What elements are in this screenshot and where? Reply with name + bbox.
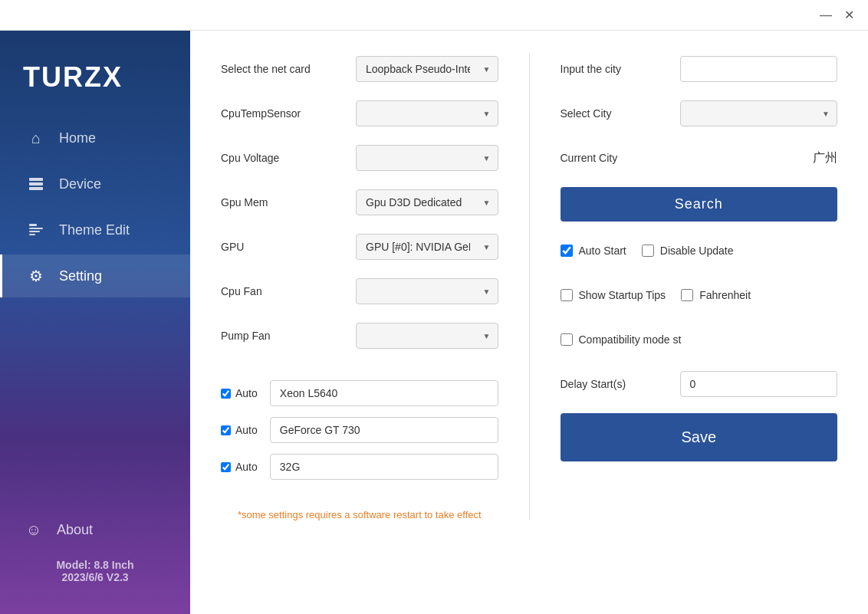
cpu-voltage-row: Cpu Voltage [221, 143, 498, 173]
search-button[interactable]: Search [561, 187, 838, 222]
checkbox-row-3: Compatibility mode st [561, 324, 838, 355]
auto-ram-label[interactable]: Auto [221, 461, 258, 473]
pump-fan-label: Pump Fan [221, 330, 344, 342]
cpu-fan-row: Cpu Fan [221, 276, 498, 307]
svg-rect-5 [29, 231, 40, 232]
gpu-mem-label: Gpu Mem [221, 196, 344, 208]
svg-rect-0 [29, 178, 43, 181]
gpu-select[interactable]: GPU [#0]: NVIDIA GeForce [356, 234, 498, 260]
compatibility-checkbox[interactable] [561, 333, 573, 346]
sidebar-nav: ⌂ Home Device [0, 117, 190, 493]
show-startup-tips-label[interactable]: Show Startup Tips [561, 289, 666, 301]
cpu-model-input[interactable] [270, 380, 498, 406]
input-city-row: Input the city [561, 54, 838, 84]
cpu-fan-label: Cpu Fan [221, 285, 344, 297]
device-icon [25, 173, 47, 195]
logo-text: TURZX [23, 61, 123, 93]
sidebar-footer: ☺ About Model: 8.8 Inch 2023/6/6 V2.3 [0, 493, 190, 599]
auto-gpu-label[interactable]: Auto [221, 424, 258, 436]
auto-ram-text: Auto [235, 461, 258, 473]
svg-rect-2 [29, 187, 43, 190]
close-button[interactable]: ✕ [837, 4, 860, 27]
settings-right: Input the city Select City [561, 54, 838, 520]
gpu-control: GPU [#0]: NVIDIA GeForce [356, 234, 498, 260]
select-city-label: Select City [561, 107, 668, 120]
minimize-button[interactable]: — [814, 4, 837, 27]
show-startup-tips-checkbox[interactable] [561, 289, 573, 301]
disable-update-label[interactable]: Disable Update [642, 245, 734, 257]
model-label: Model: 8.8 Inch [23, 559, 167, 571]
auto-cpu-checkbox[interactable] [221, 389, 231, 399]
sidebar-item-device[interactable]: Device [0, 163, 190, 205]
auto-ram-checkbox[interactable] [221, 462, 231, 472]
sidebar-item-home[interactable]: ⌂ Home [0, 117, 190, 159]
cpu-temp-select[interactable] [356, 100, 498, 126]
net-card-row: Select the net card Loopback Pseudo-Inte… [221, 54, 498, 84]
svg-rect-4 [29, 228, 43, 229]
current-city-row: Current City 广州 [561, 143, 838, 173]
auto-row-ram: Auto [221, 454, 498, 480]
version-label: 2023/6/6 V2.3 [23, 571, 167, 583]
about-icon: ☺ [23, 519, 44, 540]
disable-update-text: Disable Update [660, 245, 734, 257]
sidebar-item-theme-edit[interactable]: Theme Edit [0, 208, 190, 251]
current-city-label: Current City [561, 152, 668, 164]
net-card-label: Select the net card [221, 63, 344, 75]
auto-cpu-label[interactable]: Auto [221, 387, 258, 399]
home-icon: ⌂ [25, 127, 47, 149]
sidebar-item-theme-edit-label: Theme Edit [59, 222, 130, 238]
cpu-fan-select[interactable] [356, 278, 498, 304]
select-city-row: Select City [561, 98, 838, 129]
gpu-mem-row: Gpu Mem Gpu D3D Dedicated [221, 187, 498, 218]
cpu-fan-control [356, 278, 498, 304]
net-card-control: Loopback Pseudo-Interface [356, 56, 498, 82]
pump-fan-select[interactable] [356, 323, 498, 349]
settings-left: Select the net card Loopback Pseudo-Inte… [221, 54, 498, 520]
auto-row-gpu: Auto [221, 417, 498, 443]
model-info: Model: 8.8 Inch 2023/6/6 V2.3 [23, 559, 167, 583]
cpu-temp-control [356, 100, 498, 126]
pump-fan-row: Pump Fan [221, 320, 498, 351]
net-card-select[interactable]: Loopback Pseudo-Interface [356, 56, 498, 82]
settings-grid: Select the net card Loopback Pseudo-Inte… [221, 54, 837, 520]
gpu-mem-select[interactable]: Gpu D3D Dedicated [356, 189, 498, 215]
search-row: Search [561, 187, 838, 222]
input-city-field[interactable] [680, 56, 838, 82]
disable-update-checkbox[interactable] [642, 245, 654, 257]
gpu-label: GPU [221, 241, 344, 253]
auto-row-cpu: Auto [221, 380, 498, 406]
fahrenheit-checkbox[interactable] [681, 289, 693, 301]
gpu-model-input[interactable] [270, 417, 498, 443]
main-content: Select the net card Loopback Pseudo-Inte… [190, 31, 868, 614]
sidebar-item-setting[interactable]: ⚙ Setting [0, 254, 190, 297]
auto-start-checkbox[interactable] [561, 245, 573, 257]
select-city-select[interactable] [680, 100, 838, 126]
input-city-label: Input the city [561, 63, 668, 75]
input-city-control [680, 56, 838, 82]
delay-start-row: Delay Start(s) [561, 369, 838, 399]
auto-start-label[interactable]: Auto Start [561, 245, 626, 257]
select-city-control [680, 100, 838, 126]
cpu-voltage-select[interactable] [356, 145, 498, 171]
delay-start-input[interactable] [680, 371, 838, 397]
ram-model-input[interactable] [270, 454, 498, 480]
sidebar-item-about[interactable]: ☺ About [23, 508, 167, 551]
fahrenheit-text: Fahrenheit [699, 289, 751, 301]
sidebar-logo: TURZX [0, 46, 190, 117]
auto-section: Auto Auto Auto [221, 380, 498, 480]
delay-start-label: Delay Start(s) [561, 378, 668, 390]
current-city-value: 广州 [680, 150, 838, 166]
auto-gpu-checkbox[interactable] [221, 425, 231, 435]
gpu-row: GPU GPU [#0]: NVIDIA GeForce [221, 231, 498, 262]
footer-note: *some settings requires a software resta… [221, 509, 498, 520]
cpu-voltage-label: Cpu Voltage [221, 152, 344, 164]
pump-fan-control [356, 323, 498, 349]
sidebar: TURZX ⌂ Home Device [0, 31, 190, 614]
fahrenheit-label[interactable]: Fahrenheit [681, 289, 751, 301]
compatibility-label[interactable]: Compatibility mode st [561, 333, 682, 346]
auto-gpu-text: Auto [235, 424, 258, 436]
save-button[interactable]: Save [561, 413, 838, 461]
sidebar-item-device-label: Device [59, 176, 101, 192]
delay-start-control [680, 371, 838, 397]
cpu-voltage-control [356, 145, 498, 171]
